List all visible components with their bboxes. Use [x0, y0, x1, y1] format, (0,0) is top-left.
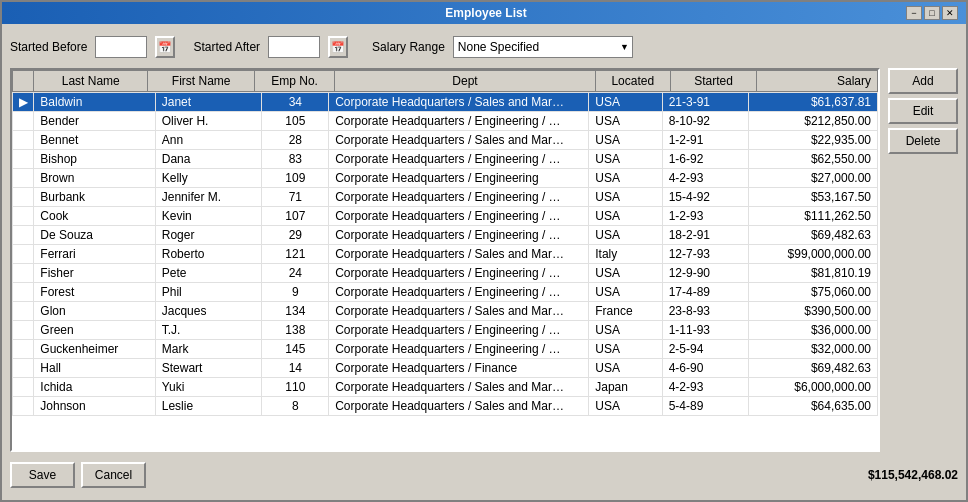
row-first-name: Janet — [155, 93, 262, 112]
row-salary: $212,850.00 — [749, 112, 878, 131]
row-last-name: Bishop — [34, 150, 155, 169]
row-last-name: Bender — [34, 112, 155, 131]
row-location: USA — [589, 397, 662, 416]
table-row[interactable]: FerrariRoberto121Corporate Headquarters … — [13, 245, 878, 264]
row-last-name: Burbank — [34, 188, 155, 207]
save-button[interactable]: Save — [10, 462, 75, 488]
row-location: France — [589, 302, 662, 321]
row-emp-no: 71 — [262, 188, 329, 207]
row-first-name: Ann — [155, 131, 262, 150]
employee-table-container: Last Name First Name Emp No. Dept Locate… — [10, 68, 880, 452]
table-scroll-area[interactable]: ▶BaldwinJanet34Corporate Headquarters / … — [12, 92, 878, 450]
row-last-name: Baldwin — [34, 93, 155, 112]
row-last-name: Ichida — [34, 378, 155, 397]
table-row[interactable]: BurbankJennifer M.71Corporate Headquarte… — [13, 188, 878, 207]
row-dept: Corporate Headquarters / Sales and Mar… — [329, 245, 589, 264]
row-started: 23-8-93 — [662, 302, 749, 321]
row-emp-no: 8 — [262, 397, 329, 416]
employee-data-table: ▶BaldwinJanet34Corporate Headquarters / … — [12, 92, 878, 416]
table-row[interactable]: GreenT.J.138Corporate Headquarters / Eng… — [13, 321, 878, 340]
row-location: USA — [589, 283, 662, 302]
row-arrow — [13, 112, 34, 131]
row-location: USA — [589, 340, 662, 359]
row-emp-no: 121 — [262, 245, 329, 264]
row-salary: $6,000,000.00 — [749, 378, 878, 397]
row-location: USA — [589, 169, 662, 188]
main-area: Last Name First Name Emp No. Dept Locate… — [10, 68, 958, 452]
started-before-input[interactable] — [95, 36, 147, 58]
table-row[interactable]: ForestPhil9Corporate Headquarters / Engi… — [13, 283, 878, 302]
row-arrow — [13, 321, 34, 340]
table-row[interactable]: BennetAnn28Corporate Headquarters / Sale… — [13, 131, 878, 150]
row-dept: Corporate Headquarters / Engineering — [329, 169, 589, 188]
table-row[interactable]: BishopDana83Corporate Headquarters / Eng… — [13, 150, 878, 169]
cancel-button[interactable]: Cancel — [81, 462, 146, 488]
row-started: 4-2-93 — [662, 169, 749, 188]
col-header-start: Started — [670, 71, 757, 92]
table-row[interactable]: HallStewart14Corporate Headquarters / Fi… — [13, 359, 878, 378]
row-emp-no: 110 — [262, 378, 329, 397]
started-after-input[interactable] — [268, 36, 320, 58]
main-window: Employee List − □ ✕ Started Before 📅 Sta… — [0, 0, 968, 502]
row-dept: Corporate Headquarters / Engineering / … — [329, 321, 589, 340]
row-last-name: Johnson — [34, 397, 155, 416]
row-first-name: Yuki — [155, 378, 262, 397]
row-last-name: Guckenheimer — [34, 340, 155, 359]
row-emp-no: 109 — [262, 169, 329, 188]
row-salary: $99,000,000.00 — [749, 245, 878, 264]
row-arrow — [13, 188, 34, 207]
row-first-name: Jacques — [155, 302, 262, 321]
row-first-name: Oliver H. — [155, 112, 262, 131]
row-started: 15-4-92 — [662, 188, 749, 207]
table-row[interactable]: ▶BaldwinJanet34Corporate Headquarters / … — [13, 93, 878, 112]
row-last-name: Brown — [34, 169, 155, 188]
table-row[interactable]: BrownKelly109Corporate Headquarters / En… — [13, 169, 878, 188]
table-row[interactable]: GlonJacques134Corporate Headquarters / S… — [13, 302, 878, 321]
row-dept: Corporate Headquarters / Engineering / … — [329, 340, 589, 359]
row-arrow — [13, 397, 34, 416]
row-first-name: T.J. — [155, 321, 262, 340]
row-started: 21-3-91 — [662, 93, 749, 112]
minimize-button[interactable]: − — [906, 6, 922, 20]
row-arrow: ▶ — [13, 93, 34, 112]
table-row[interactable]: De SouzaRoger29Corporate Headquarters / … — [13, 226, 878, 245]
side-buttons: Add Edit Delete — [888, 68, 958, 452]
row-location: USA — [589, 188, 662, 207]
table-row[interactable]: GuckenheimerMark145Corporate Headquarter… — [13, 340, 878, 359]
table-row[interactable]: FisherPete24Corporate Headquarters / Eng… — [13, 264, 878, 283]
salary-range-select[interactable]: None Specified Under $25,000 $25,000 - $… — [453, 36, 633, 58]
row-dept: Corporate Headquarters / Engineering / … — [329, 150, 589, 169]
row-salary: $111,262.50 — [749, 207, 878, 226]
row-started: 1-6-92 — [662, 150, 749, 169]
add-button[interactable]: Add — [888, 68, 958, 94]
employee-table: Last Name First Name Emp No. Dept Locate… — [12, 70, 878, 92]
col-header-loc: Located — [595, 71, 670, 92]
row-first-name: Kevin — [155, 207, 262, 226]
row-dept: Corporate Headquarters / Sales and Mar… — [329, 131, 589, 150]
calendar-before-button[interactable]: 📅 — [155, 36, 175, 58]
table-row[interactable]: JohnsonLeslie8Corporate Headquarters / S… — [13, 397, 878, 416]
row-location: USA — [589, 150, 662, 169]
delete-button[interactable]: Delete — [888, 128, 958, 154]
calendar-after-button[interactable]: 📅 — [328, 36, 348, 58]
row-last-name: Cook — [34, 207, 155, 226]
row-salary: $36,000.00 — [749, 321, 878, 340]
row-dept: Corporate Headquarters / Engineering / … — [329, 207, 589, 226]
row-salary: $81,810.19 — [749, 264, 878, 283]
close-button[interactable]: ✕ — [942, 6, 958, 20]
row-salary: $22,935.00 — [749, 131, 878, 150]
row-salary: $27,000.00 — [749, 169, 878, 188]
col-header-dept: Dept — [335, 71, 596, 92]
table-row[interactable]: CookKevin107Corporate Headquarters / Eng… — [13, 207, 878, 226]
row-started: 8-10-92 — [662, 112, 749, 131]
row-location: USA — [589, 112, 662, 131]
col-header-last: Last Name — [34, 71, 148, 92]
maximize-button[interactable]: □ — [924, 6, 940, 20]
edit-button[interactable]: Edit — [888, 98, 958, 124]
table-row[interactable]: BenderOliver H.105Corporate Headquarters… — [13, 112, 878, 131]
row-started: 1-11-93 — [662, 321, 749, 340]
col-header-emp: Emp No. — [255, 71, 335, 92]
row-dept: Corporate Headquarters / Sales and Mar… — [329, 302, 589, 321]
table-row[interactable]: IchidaYuki110Corporate Headquarters / Sa… — [13, 378, 878, 397]
row-emp-no: 9 — [262, 283, 329, 302]
